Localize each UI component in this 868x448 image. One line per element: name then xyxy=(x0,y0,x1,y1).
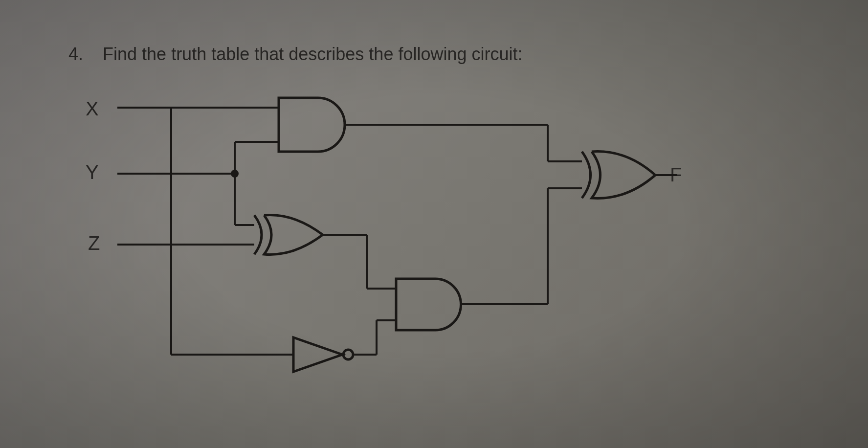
xor-gate-yz xyxy=(264,215,323,255)
and-gate-bd xyxy=(396,279,461,330)
not-gate-x xyxy=(293,337,342,372)
circuit-diagram xyxy=(68,83,753,426)
xor-gate-yz-back xyxy=(254,215,262,254)
question-number: 4. xyxy=(68,44,83,64)
node-y xyxy=(231,170,239,178)
question-text: 4. Find the truth table that describes t… xyxy=(68,44,523,65)
and-gate-xy xyxy=(279,98,345,152)
xor-gate-final xyxy=(592,152,655,199)
xor-gate-final-back xyxy=(582,152,591,198)
question-prompt: Find the truth table that describes the … xyxy=(103,44,522,64)
